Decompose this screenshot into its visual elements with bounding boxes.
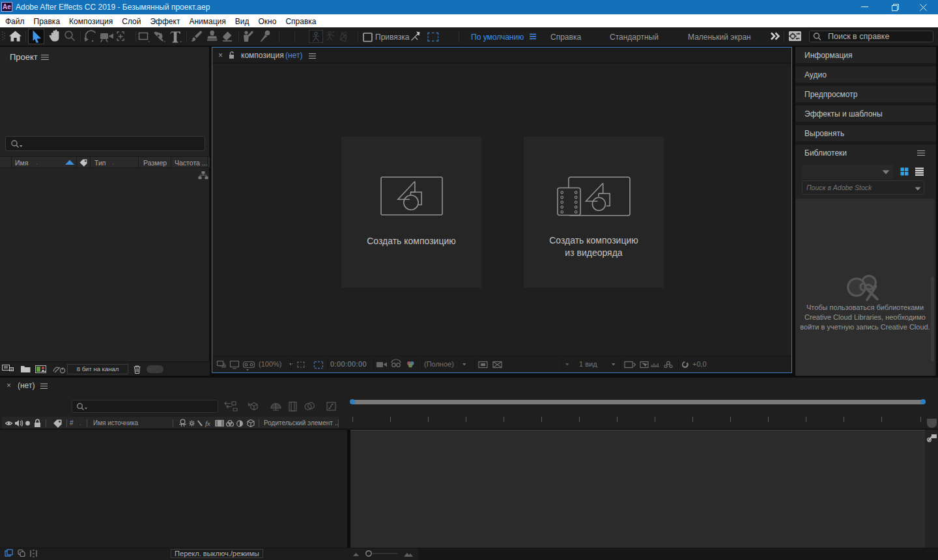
svg-text:fx: fx bbox=[205, 419, 210, 427]
